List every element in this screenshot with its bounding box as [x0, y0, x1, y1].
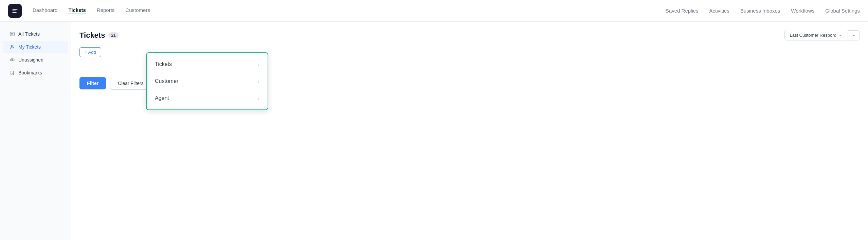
content-area: Tickets 21 Last Customer Respon: [71, 22, 868, 240]
dropdown-item-tickets-label: Tickets [155, 61, 172, 67]
sidebar-label-all-tickets: All Tickets [18, 31, 40, 37]
sidebar-item-my-tickets[interactable]: My Tickets [3, 41, 68, 53]
dropdown-item-customer[interactable]: Customer › [147, 73, 268, 90]
nav-right: Saved Replies Activities Business Inboxe… [666, 8, 860, 14]
main-layout: All Tickets My Tickets Unassigned Bookma… [0, 22, 868, 240]
nav-left: Dashboard Tickets Reports Customers [33, 7, 655, 14]
sidebar-label-my-tickets: My Tickets [18, 44, 41, 50]
chevron-down-icon [851, 33, 856, 38]
nav-item-tickets[interactable]: Tickets [68, 7, 86, 14]
ticket-count-badge: 21 [108, 32, 118, 38]
sidebar: All Tickets My Tickets Unassigned Bookma… [0, 22, 71, 240]
sidebar-label-bookmarks: Bookmarks [18, 70, 42, 75]
nav-item-business-inboxes[interactable]: Business Inboxes [740, 8, 780, 14]
sort-label: Last Customer Respon: [790, 33, 836, 38]
bookmark-icon [10, 70, 15, 75]
nav-item-reports[interactable]: Reports [97, 7, 115, 14]
svg-point-3 [11, 45, 13, 47]
dropdown-item-customer-label: Customer [155, 78, 178, 84]
logo-icon [11, 7, 19, 15]
sort-controls: Last Customer Respon: [784, 30, 860, 40]
sort-select[interactable]: Last Customer Respon: [784, 30, 848, 40]
dropdown-item-agent[interactable]: Agent › [147, 90, 268, 107]
dropdown-chevron-agent: › [258, 96, 259, 101]
filter-button[interactable]: Filter [79, 77, 106, 89]
page-header: Tickets 21 Last Customer Respon: [79, 30, 860, 40]
clear-filters-button[interactable]: Clear Filters [110, 77, 151, 90]
sidebar-item-unassigned[interactable]: Unassigned [3, 54, 68, 66]
nav-item-dashboard[interactable]: Dashboard [33, 7, 57, 14]
person-icon [10, 44, 15, 50]
page-title: Tickets [79, 31, 105, 40]
filter-dropdown-menu: Tickets › Customer › Agent › [146, 52, 268, 110]
sort-dropdown-btn[interactable] [848, 30, 860, 40]
dropdown-chevron-customer: › [258, 79, 259, 84]
eye-icon [10, 57, 15, 63]
page-title-wrap: Tickets 21 [79, 31, 119, 40]
svg-point-5 [12, 59, 13, 60]
dropdown-chevron-tickets: › [258, 62, 259, 67]
app-logo[interactable] [8, 4, 22, 18]
nav-item-customers[interactable]: Customers [125, 7, 150, 14]
sidebar-label-unassigned: Unassigned [18, 57, 43, 63]
dropdown-item-agent-label: Agent [155, 95, 169, 101]
top-nav: Dashboard Tickets Reports Customers Save… [0, 0, 868, 22]
sort-chevron-icon [838, 33, 843, 38]
sidebar-item-bookmarks[interactable]: Bookmarks [3, 67, 68, 79]
list-icon [10, 31, 15, 37]
dropdown-item-tickets[interactable]: Tickets › [147, 56, 268, 73]
sidebar-item-all-tickets[interactable]: All Tickets [3, 28, 68, 40]
nav-item-workflows[interactable]: Workflows [791, 8, 814, 14]
nav-item-global-settings[interactable]: Global Settings [825, 8, 860, 14]
nav-item-activities[interactable]: Activities [709, 8, 729, 14]
add-filter-button[interactable]: + Add [79, 47, 101, 57]
nav-item-saved-replies[interactable]: Saved Replies [666, 8, 699, 14]
